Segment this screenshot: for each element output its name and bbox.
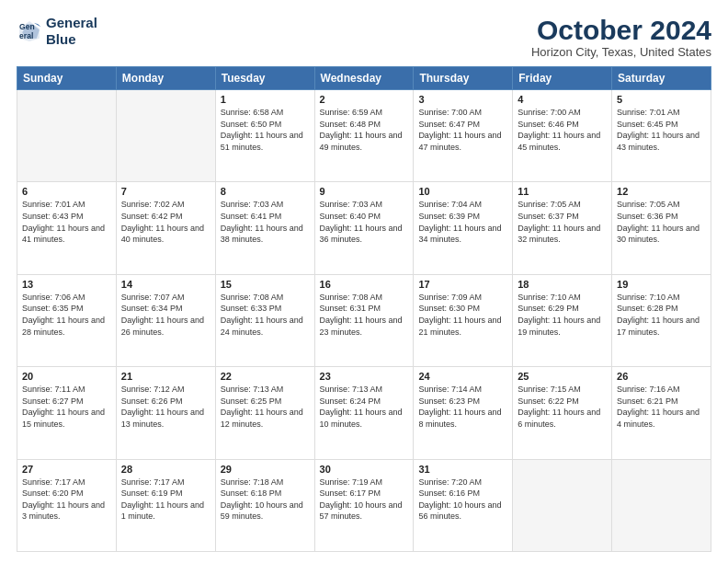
day-detail: Sunrise: 7:10 AMSunset: 6:28 PMDaylight:… bbox=[617, 292, 706, 338]
day-detail: Sunrise: 7:20 AMSunset: 6:16 PMDaylight:… bbox=[418, 477, 507, 523]
day-detail: Sunrise: 6:58 AMSunset: 6:50 PMDaylight:… bbox=[221, 107, 310, 153]
day-number: 7 bbox=[121, 186, 210, 197]
calendar-cell: 4Sunrise: 7:00 AMSunset: 6:46 PMDaylight… bbox=[513, 90, 612, 182]
calendar-cell: 2Sunrise: 6:59 AMSunset: 6:48 PMDaylight… bbox=[314, 90, 414, 182]
calendar-cell: 11Sunrise: 7:05 AMSunset: 6:37 PMDayligh… bbox=[513, 182, 612, 274]
day-number: 15 bbox=[221, 279, 310, 290]
day-number: 10 bbox=[418, 186, 507, 197]
calendar-cell bbox=[513, 459, 612, 551]
day-detail: Sunrise: 7:04 AMSunset: 6:39 PMDaylight:… bbox=[418, 199, 507, 245]
title-block: October 2024 Horizon City, Texas, United… bbox=[531, 15, 711, 59]
day-number: 14 bbox=[121, 279, 210, 290]
calendar-cell: 7Sunrise: 7:02 AMSunset: 6:42 PMDaylight… bbox=[116, 182, 215, 274]
calendar-cell: 9Sunrise: 7:03 AMSunset: 6:40 PMDaylight… bbox=[314, 182, 414, 274]
calendar-week-1: 1Sunrise: 6:58 AMSunset: 6:50 PMDaylight… bbox=[17, 90, 711, 182]
calendar-cell: 13Sunrise: 7:06 AMSunset: 6:35 PMDayligh… bbox=[17, 274, 117, 366]
page: Gen eral General Blue October 2024 Horiz… bbox=[0, 0, 728, 563]
logo: Gen eral General Blue bbox=[17, 15, 97, 48]
day-detail: Sunrise: 7:11 AMSunset: 6:27 PMDaylight:… bbox=[22, 384, 111, 430]
location: Horizon City, Texas, United States bbox=[531, 45, 711, 59]
day-detail: Sunrise: 7:07 AMSunset: 6:34 PMDaylight:… bbox=[121, 292, 210, 338]
day-detail: Sunrise: 7:05 AMSunset: 6:36 PMDaylight:… bbox=[617, 199, 706, 245]
logo-text: General Blue bbox=[46, 15, 97, 48]
calendar-cell bbox=[612, 459, 711, 551]
calendar-cell bbox=[17, 90, 117, 182]
calendar-cell: 12Sunrise: 7:05 AMSunset: 6:36 PMDayligh… bbox=[612, 182, 711, 274]
day-number: 25 bbox=[518, 371, 607, 382]
day-detail: Sunrise: 7:05 AMSunset: 6:37 PMDaylight:… bbox=[518, 199, 607, 245]
calendar-cell: 31Sunrise: 7:20 AMSunset: 6:16 PMDayligh… bbox=[414, 459, 513, 551]
calendar-cell: 3Sunrise: 7:00 AMSunset: 6:47 PMDaylight… bbox=[414, 90, 513, 182]
day-number: 5 bbox=[617, 94, 706, 105]
day-number: 31 bbox=[418, 464, 507, 475]
calendar-week-2: 6Sunrise: 7:01 AMSunset: 6:43 PMDaylight… bbox=[17, 182, 711, 274]
calendar-cell: 20Sunrise: 7:11 AMSunset: 6:27 PMDayligh… bbox=[17, 367, 117, 459]
day-detail: Sunrise: 7:08 AMSunset: 6:31 PMDaylight:… bbox=[320, 292, 409, 338]
day-detail: Sunrise: 7:02 AMSunset: 6:42 PMDaylight:… bbox=[121, 199, 210, 245]
day-number: 6 bbox=[22, 186, 111, 197]
svg-text:eral: eral bbox=[19, 31, 33, 40]
day-detail: Sunrise: 7:18 AMSunset: 6:18 PMDaylight:… bbox=[221, 477, 310, 523]
calendar-cell: 23Sunrise: 7:13 AMSunset: 6:24 PMDayligh… bbox=[314, 367, 414, 459]
day-detail: Sunrise: 7:06 AMSunset: 6:35 PMDaylight:… bbox=[22, 292, 111, 338]
day-detail: Sunrise: 7:03 AMSunset: 6:41 PMDaylight:… bbox=[221, 199, 310, 245]
day-detail: Sunrise: 7:03 AMSunset: 6:40 PMDaylight:… bbox=[320, 199, 409, 245]
day-number: 17 bbox=[418, 279, 507, 290]
day-number: 29 bbox=[221, 464, 310, 475]
calendar-week-4: 20Sunrise: 7:11 AMSunset: 6:27 PMDayligh… bbox=[17, 367, 711, 459]
calendar-cell: 6Sunrise: 7:01 AMSunset: 6:43 PMDaylight… bbox=[17, 182, 117, 274]
day-number: 9 bbox=[320, 186, 409, 197]
day-detail: Sunrise: 7:16 AMSunset: 6:21 PMDaylight:… bbox=[617, 384, 706, 430]
day-number: 18 bbox=[518, 279, 607, 290]
day-number: 23 bbox=[320, 371, 409, 382]
day-detail: Sunrise: 7:17 AMSunset: 6:19 PMDaylight:… bbox=[121, 477, 210, 523]
day-detail: Sunrise: 7:00 AMSunset: 6:47 PMDaylight:… bbox=[418, 107, 507, 153]
day-number: 8 bbox=[221, 186, 310, 197]
day-detail: Sunrise: 7:01 AMSunset: 6:45 PMDaylight:… bbox=[617, 107, 706, 153]
day-detail: Sunrise: 7:14 AMSunset: 6:23 PMDaylight:… bbox=[418, 384, 507, 430]
day-number: 30 bbox=[320, 464, 409, 475]
day-number: 27 bbox=[22, 464, 111, 475]
day-header-thursday: Thursday bbox=[414, 67, 513, 90]
day-detail: Sunrise: 6:59 AMSunset: 6:48 PMDaylight:… bbox=[320, 107, 409, 153]
logo-icon: Gen eral bbox=[17, 18, 42, 44]
calendar-cell: 25Sunrise: 7:15 AMSunset: 6:22 PMDayligh… bbox=[513, 367, 612, 459]
calendar-cell: 16Sunrise: 7:08 AMSunset: 6:31 PMDayligh… bbox=[314, 274, 414, 366]
calendar-cell: 14Sunrise: 7:07 AMSunset: 6:34 PMDayligh… bbox=[116, 274, 215, 366]
day-detail: Sunrise: 7:09 AMSunset: 6:30 PMDaylight:… bbox=[418, 292, 507, 338]
calendar-cell: 17Sunrise: 7:09 AMSunset: 6:30 PMDayligh… bbox=[414, 274, 513, 366]
day-number: 22 bbox=[221, 371, 310, 382]
calendar-cell: 8Sunrise: 7:03 AMSunset: 6:41 PMDaylight… bbox=[215, 182, 314, 274]
day-detail: Sunrise: 7:01 AMSunset: 6:43 PMDaylight:… bbox=[22, 199, 111, 245]
day-header-saturday: Saturday bbox=[612, 67, 711, 90]
calendar-cell: 27Sunrise: 7:17 AMSunset: 6:20 PMDayligh… bbox=[17, 459, 117, 551]
day-detail: Sunrise: 7:12 AMSunset: 6:26 PMDaylight:… bbox=[121, 384, 210, 430]
day-number: 26 bbox=[617, 371, 706, 382]
calendar-cell: 30Sunrise: 7:19 AMSunset: 6:17 PMDayligh… bbox=[314, 459, 414, 551]
day-number: 16 bbox=[320, 279, 409, 290]
calendar-cell: 15Sunrise: 7:08 AMSunset: 6:33 PMDayligh… bbox=[215, 274, 314, 366]
calendar-header-row: SundayMondayTuesdayWednesdayThursdayFrid… bbox=[17, 67, 711, 90]
day-detail: Sunrise: 7:13 AMSunset: 6:25 PMDaylight:… bbox=[221, 384, 310, 430]
day-number: 3 bbox=[418, 94, 507, 105]
day-number: 19 bbox=[617, 279, 706, 290]
day-detail: Sunrise: 7:17 AMSunset: 6:20 PMDaylight:… bbox=[22, 477, 111, 523]
day-number: 20 bbox=[22, 371, 111, 382]
calendar-cell: 10Sunrise: 7:04 AMSunset: 6:39 PMDayligh… bbox=[414, 182, 513, 274]
calendar-week-3: 13Sunrise: 7:06 AMSunset: 6:35 PMDayligh… bbox=[17, 274, 711, 366]
day-header-tuesday: Tuesday bbox=[215, 67, 314, 90]
calendar-cell: 19Sunrise: 7:10 AMSunset: 6:28 PMDayligh… bbox=[612, 274, 711, 366]
day-detail: Sunrise: 7:15 AMSunset: 6:22 PMDaylight:… bbox=[518, 384, 607, 430]
day-header-wednesday: Wednesday bbox=[314, 67, 414, 90]
day-detail: Sunrise: 7:10 AMSunset: 6:29 PMDaylight:… bbox=[518, 292, 607, 338]
calendar-cell: 18Sunrise: 7:10 AMSunset: 6:29 PMDayligh… bbox=[513, 274, 612, 366]
calendar-cell: 22Sunrise: 7:13 AMSunset: 6:25 PMDayligh… bbox=[215, 367, 314, 459]
calendar-cell: 1Sunrise: 6:58 AMSunset: 6:50 PMDaylight… bbox=[215, 90, 314, 182]
calendar-cell bbox=[116, 90, 215, 182]
day-number: 11 bbox=[518, 186, 607, 197]
day-number: 4 bbox=[518, 94, 607, 105]
day-number: 13 bbox=[22, 279, 111, 290]
calendar-cell: 29Sunrise: 7:18 AMSunset: 6:18 PMDayligh… bbox=[215, 459, 314, 551]
svg-text:Gen: Gen bbox=[19, 22, 35, 31]
day-header-friday: Friday bbox=[513, 67, 612, 90]
